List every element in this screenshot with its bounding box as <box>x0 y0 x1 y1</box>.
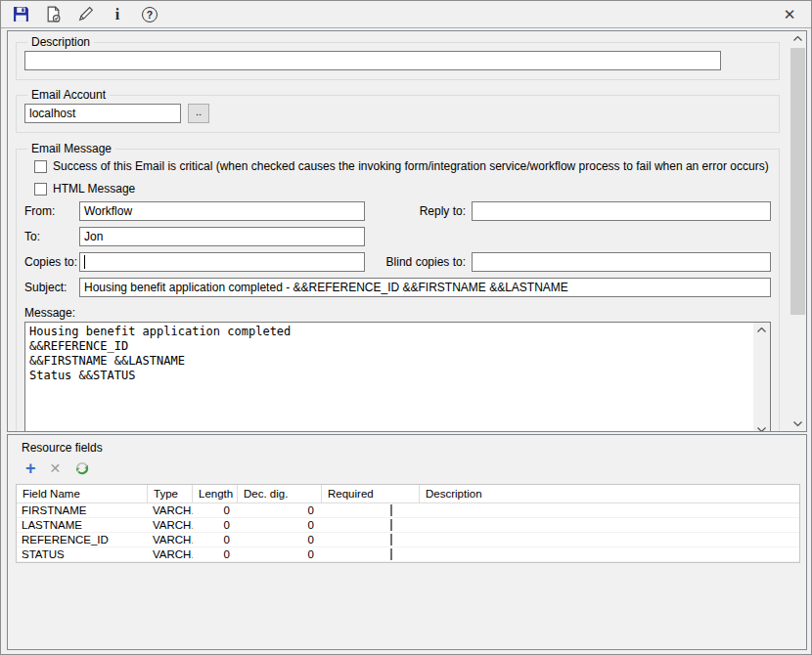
main-panel: Description Email Account .. Email Messa… <box>7 30 807 432</box>
field-name-cell: REFERENCE_ID <box>17 534 148 546</box>
toolbar: i ? ✕ <box>1 1 811 28</box>
email-message-group: Email Message Success of this Email is c… <box>16 142 780 431</box>
reply-to-input[interactable] <box>472 201 771 221</box>
fields-table-header: Field Name Type Length Dec. dig. Require… <box>17 485 799 503</box>
critical-checkbox-row: Success of this Email is critical (when … <box>34 159 771 173</box>
copies-to-label: Copies to: <box>24 255 79 269</box>
delete-field-button[interactable]: ✕ <box>50 461 62 475</box>
html-message-checkbox-label: HTML Message <box>53 182 135 196</box>
main-content: Description Email Account .. Email Messa… <box>8 31 806 431</box>
message-scroll-down-icon[interactable] <box>753 422 770 431</box>
required-checkbox[interactable] <box>390 519 392 531</box>
panel-scrollbar[interactable] <box>789 31 806 431</box>
field-name-cell: STATUS <box>17 548 148 560</box>
fields-table: Field Name Type Length Dec. dig. Require… <box>16 484 800 563</box>
panel-scroll-down-icon[interactable] <box>789 416 806 431</box>
required-checkbox[interactable] <box>390 548 392 560</box>
critical-checkbox-label: Success of this Email is critical (when … <box>53 159 769 173</box>
save-button[interactable] <box>11 5 30 24</box>
email-account-group-label: Email Account <box>27 88 110 102</box>
required-checkbox[interactable] <box>390 534 392 546</box>
column-header-length[interactable]: Length <box>193 485 238 502</box>
required-cell <box>322 534 420 546</box>
resource-fields-label: Resource fields <box>22 441 806 455</box>
type-cell: VARCH... <box>148 548 193 560</box>
to-label: To: <box>24 230 79 243</box>
type-cell: VARCH... <box>148 534 193 546</box>
panel-scroll-up-icon[interactable] <box>789 31 806 46</box>
reply-to-label: Reply to: <box>365 204 472 218</box>
description-group-label: Description <box>27 35 94 49</box>
copies-to-input[interactable] <box>79 252 365 272</box>
column-header-required[interactable]: Required <box>322 485 420 502</box>
subject-label: Subject: <box>24 281 79 294</box>
message-box: Housing benefit application completed &&… <box>24 322 771 431</box>
pencil-icon <box>77 6 94 22</box>
table-row[interactable]: REFERENCE_ID VARCH... 0 0 <box>17 533 799 547</box>
table-row[interactable]: LASTNAME VARCH... 0 0 <box>17 518 799 533</box>
resource-fields-toolbar: + ✕ <box>25 459 806 477</box>
refresh-button[interactable] <box>74 460 90 476</box>
column-header-dec-dig[interactable]: Dec. dig. <box>238 485 322 502</box>
help-icon: ? <box>142 7 158 22</box>
type-cell: VARCH... <box>148 519 193 531</box>
close-icon: ✕ <box>784 6 796 23</box>
document-check-icon <box>45 6 62 22</box>
html-message-checkbox[interactable] <box>34 183 47 196</box>
document-check-button[interactable] <box>43 5 63 24</box>
length-cell: 0 <box>193 534 238 546</box>
required-cell <box>322 548 420 560</box>
html-message-checkbox-row: HTML Message <box>34 182 771 196</box>
message-scrollbar[interactable] <box>753 323 770 431</box>
required-checkbox[interactable] <box>390 504 392 516</box>
dec-dig-cell: 0 <box>238 534 322 546</box>
email-account-group: Email Account .. <box>16 88 780 133</box>
length-cell: 0 <box>193 504 238 516</box>
table-row[interactable]: STATUS VARCH... 0 0 <box>17 547 799 562</box>
critical-checkbox[interactable] <box>34 160 47 173</box>
type-cell: VARCH... <box>148 504 193 516</box>
required-cell <box>322 504 420 516</box>
info-button[interactable]: i <box>108 5 127 24</box>
field-name-cell: LASTNAME <box>17 519 148 531</box>
close-button[interactable]: ✕ <box>780 5 799 24</box>
resource-fields-panel: Resource fields + ✕ Field Name Type Leng… <box>7 434 807 650</box>
email-message-group-label: Email Message <box>27 142 115 155</box>
dec-dig-cell: 0 <box>238 519 322 531</box>
edit-button[interactable] <box>75 5 95 24</box>
from-input[interactable] <box>79 201 365 221</box>
browse-account-button[interactable]: .. <box>188 104 209 123</box>
blind-copies-to-input[interactable] <box>472 252 771 272</box>
dec-dig-cell: 0 <box>238 504 322 516</box>
message-scroll-up-icon[interactable] <box>753 323 770 337</box>
subject-input[interactable] <box>79 278 771 297</box>
info-icon: i <box>115 6 119 23</box>
column-header-field-name[interactable]: Field Name <box>17 485 148 502</box>
column-header-type[interactable]: Type <box>148 485 193 502</box>
email-account-input[interactable] <box>24 104 181 123</box>
column-header-description[interactable]: Description <box>420 485 799 502</box>
text-caret <box>84 255 85 269</box>
message-textarea[interactable]: Housing benefit application completed &&… <box>25 323 753 431</box>
description-group: Description <box>16 35 780 80</box>
email-config-dialog: i ? ✕ Description Email Account .. Ema <box>0 0 812 655</box>
add-field-button[interactable]: + <box>25 460 36 476</box>
length-cell: 0 <box>193 548 238 560</box>
refresh-icon <box>74 460 90 476</box>
field-name-cell: FIRSTNAME <box>17 504 148 516</box>
message-label: Message: <box>24 306 771 320</box>
panel-scrollbar-thumb[interactable] <box>790 48 805 315</box>
length-cell: 0 <box>193 519 238 531</box>
help-button[interactable]: ? <box>140 5 159 24</box>
blind-copies-to-label: Blind copies to: <box>365 255 472 269</box>
description-input[interactable] <box>24 51 721 70</box>
required-cell <box>322 519 420 531</box>
to-input[interactable] <box>79 227 365 246</box>
save-icon <box>13 6 29 22</box>
dec-dig-cell: 0 <box>238 548 322 560</box>
table-row[interactable]: FIRSTNAME VARCH... 0 0 <box>17 503 799 518</box>
from-label: From: <box>24 204 79 218</box>
